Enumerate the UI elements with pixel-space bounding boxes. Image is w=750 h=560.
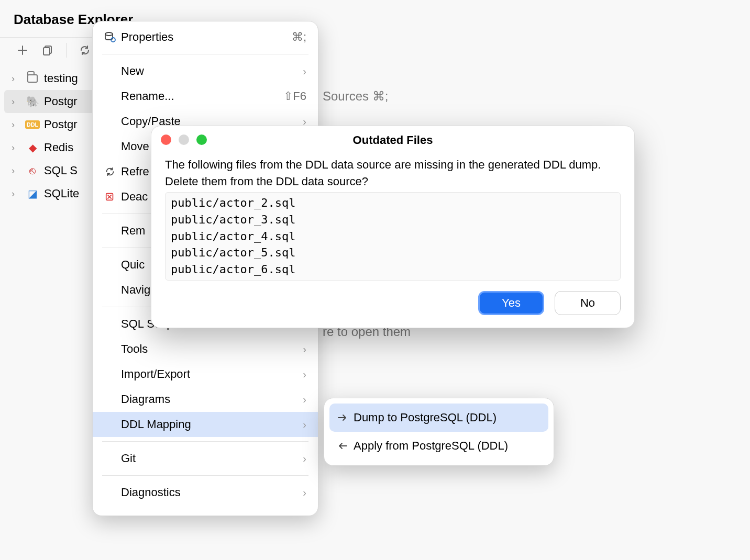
tree-label: testing <box>44 72 78 85</box>
dialog-title: Outdated Files <box>151 133 634 147</box>
menu-label: Diagrams <box>121 393 296 406</box>
ddl-mapping-submenu: Dump to PostgreSQL (DDL) Apply from Post… <box>324 398 554 466</box>
close-window-icon[interactable] <box>161 135 171 145</box>
menu-label: Git <box>121 452 296 465</box>
menu-label: Import/Export <box>121 367 296 381</box>
file-row: public/actor_5.sql <box>171 244 615 261</box>
menu-separator <box>102 441 308 442</box>
minimize-window-icon <box>179 135 189 145</box>
menu-label: New <box>121 64 296 78</box>
refresh-icon[interactable] <box>78 43 92 57</box>
chevron-right-icon: › <box>303 368 306 380</box>
toolbar-divider <box>66 43 67 58</box>
menu-diagnostics[interactable]: Diagnostics › <box>93 480 318 505</box>
tree-label: SQL S <box>44 164 78 177</box>
menu-rename[interactable]: Rename... ⇧F6 <box>93 84 318 109</box>
chevron-right-icon: › <box>303 394 306 406</box>
svg-point-2 <box>105 32 113 36</box>
chevron-right-icon: › <box>12 96 21 107</box>
tree-label: Redis <box>44 141 73 154</box>
menu-git[interactable]: Git › <box>93 446 318 471</box>
submenu-label: Dump to PostgreSQL (DDL) <box>354 411 542 424</box>
chevron-right-icon: › <box>303 419 306 431</box>
menu-shortcut: ⌘; <box>292 30 306 44</box>
tree-label: Postgr <box>44 118 78 131</box>
outdated-files-dialog: Outdated Files The following files from … <box>151 126 635 328</box>
menu-shortcut: ⇧F6 <box>283 89 306 103</box>
chevron-right-icon: › <box>12 73 21 84</box>
arrow-right-icon <box>335 413 350 422</box>
menu-label: DDL Mapping <box>121 418 296 431</box>
dialog-message: The following files from the DDL data so… <box>165 156 621 190</box>
submenu-label: Apply from PostgreSQL (DDL) <box>354 439 542 453</box>
window-controls <box>161 135 207 145</box>
menu-ddl-mapping[interactable]: DDL Mapping › <box>93 412 318 437</box>
file-row: public/actor_4.sql <box>171 228 615 245</box>
svg-rect-1 <box>43 48 50 55</box>
deactivate-icon <box>102 192 118 202</box>
copy-icon[interactable] <box>41 43 54 57</box>
dialog-actions: Yes No <box>151 281 634 315</box>
menu-label: Tools <box>121 342 296 356</box>
zoom-window-icon[interactable] <box>196 135 207 145</box>
dialog-titlebar: Outdated Files <box>151 126 634 154</box>
hint-text-1: Sources ⌘; <box>323 89 388 104</box>
chevron-right-icon: › <box>303 343 306 355</box>
add-icon[interactable] <box>16 43 29 57</box>
menu-diagrams[interactable]: Diagrams › <box>93 387 318 412</box>
chevron-right-icon: › <box>303 453 306 465</box>
sqlserver-icon: ⎋ <box>26 164 39 177</box>
folder-icon <box>26 72 39 85</box>
chevron-right-icon: › <box>12 142 21 153</box>
file-list: public/actor_2.sql public/actor_3.sql pu… <box>165 192 621 281</box>
menu-tools[interactable]: Tools › <box>93 337 318 362</box>
arrow-left-icon <box>335 441 350 451</box>
chevron-right-icon: › <box>12 188 21 199</box>
sqlite-icon: ◪ <box>26 187 39 200</box>
tree-label: SQLite <box>44 187 79 200</box>
menu-import-export[interactable]: Import/Export › <box>93 362 318 387</box>
ddl-icon: DDL <box>26 118 39 131</box>
chevron-right-icon: › <box>12 119 21 130</box>
menu-separator <box>102 475 308 476</box>
database-settings-icon <box>102 31 118 43</box>
redis-icon: ◆ <box>26 141 39 154</box>
menu-label: Properties <box>121 30 292 44</box>
dialog-body: The following files from the DDL data so… <box>151 154 634 281</box>
no-button[interactable]: No <box>555 291 621 315</box>
menu-label: Diagnostics <box>121 486 296 499</box>
file-row: public/actor_2.sql <box>171 195 615 211</box>
chevron-right-icon: › <box>303 487 306 499</box>
postgresql-icon: 🐘 <box>26 95 39 108</box>
file-row: public/actor_6.sql <box>171 261 615 278</box>
tree-label: Postgr <box>44 95 78 108</box>
menu-new[interactable]: New › <box>93 59 318 84</box>
submenu-apply[interactable]: Apply from PostgreSQL (DDL) <box>324 432 554 460</box>
yes-button[interactable]: Yes <box>478 291 544 315</box>
submenu-dump[interactable]: Dump to PostgreSQL (DDL) <box>329 404 548 432</box>
chevron-right-icon: › <box>303 65 306 77</box>
menu-properties[interactable]: Properties ⌘; <box>93 25 318 50</box>
chevron-right-icon: › <box>12 165 21 176</box>
file-row: public/actor_3.sql <box>171 211 615 228</box>
refresh-icon <box>102 166 118 177</box>
menu-label: Rename... <box>121 89 283 103</box>
menu-separator <box>102 54 308 54</box>
